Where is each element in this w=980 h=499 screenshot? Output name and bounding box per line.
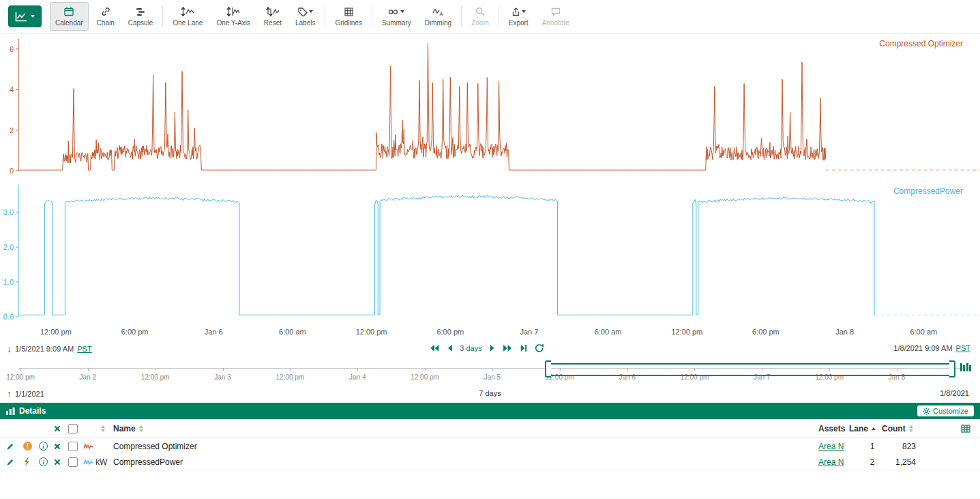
summary-button[interactable]: Summary (376, 2, 417, 31)
one-lane-button[interactable]: One Lane (167, 2, 208, 31)
timezone-link[interactable]: PST (77, 345, 91, 353)
details-panel-header: Details Customize (0, 403, 980, 419)
gridlines-button[interactable]: Gridlines (329, 2, 367, 31)
timezone-link[interactable]: PST (956, 344, 970, 352)
item-name[interactable]: Compressed Optimizer (113, 438, 197, 454)
unit-label: kW (95, 454, 107, 470)
column-header-name[interactable]: Name (113, 419, 143, 438)
sort-icon[interactable] (909, 425, 913, 432)
add-column-icon[interactable] (961, 419, 970, 438)
customize-button[interactable]: Customize (917, 405, 974, 416)
row-checkbox[interactable] (68, 438, 78, 454)
timeline-tick-label: Jan 2 (80, 373, 96, 381)
capsule-time-icon[interactable] (960, 362, 972, 373)
trend-chart[interactable]: 0246Compressed Optimizer0.01.02.03.0Comp… (0, 33, 980, 341)
skip-to-end-icon (520, 344, 527, 352)
step-forward-icon (490, 344, 495, 352)
timeline-selection[interactable] (548, 363, 951, 376)
table-row[interactable]: ! i Compressed Optimizer Area N 1 823 (0, 438, 980, 455)
x-axis-label: 6:00 am (910, 328, 937, 336)
x-axis-label: 12:00 pm (40, 328, 72, 336)
row-checkbox[interactable] (68, 454, 78, 470)
edit-pencil-icon[interactable] (6, 438, 14, 454)
info-icon[interactable]: i (39, 438, 48, 454)
asset-link[interactable]: Area N (818, 442, 844, 451)
timeline-tick-label: Jan 5 (484, 373, 501, 381)
timeline-start-date: 1/1/2021 (15, 390, 44, 398)
calendar-icon (64, 6, 74, 17)
timeline-tick (20, 368, 21, 371)
select-all-checkbox[interactable] (68, 419, 78, 438)
item-name[interactable]: CompressedPower (113, 454, 183, 470)
export-button[interactable]: Export (503, 2, 534, 31)
zoom-button[interactable]: Zoom (466, 2, 494, 31)
dimming-icon: A (432, 6, 444, 17)
x-axis-label: 12:00 pm (671, 328, 702, 336)
svg-text:A: A (439, 11, 443, 16)
dimming-button[interactable]: A Dimming (419, 2, 457, 31)
y-axis-label: 0 (10, 167, 14, 175)
column-header-count[interactable]: Count (882, 419, 913, 438)
step-forward-full-button[interactable] (503, 344, 513, 352)
investigate-range-arrow-icon[interactable]: ↓ (7, 344, 12, 354)
chain-button[interactable]: Chain (91, 2, 120, 31)
toolbar-divider (162, 5, 163, 27)
timeline-tick (88, 368, 89, 371)
step-back-full-button[interactable] (429, 344, 439, 352)
export-icon (511, 6, 526, 17)
details-title: Details (19, 406, 46, 416)
step-back-half-button[interactable] (447, 344, 452, 352)
bolt-icon[interactable] (23, 454, 31, 470)
timeline-end-date: 1/8/2021 (940, 389, 969, 397)
timeline-tick (223, 368, 224, 371)
timeline-selection-left-handle[interactable] (545, 360, 551, 377)
x-axis-label: Jan 7 (520, 328, 538, 336)
timeline-range-arrow-icon[interactable]: ↑ (7, 389, 12, 399)
capsule-button[interactable]: Capsule (123, 2, 159, 31)
column-header-lane[interactable]: Lane (849, 419, 876, 438)
x-axis-label: 6:00 pm (121, 328, 149, 336)
sort-asc-icon[interactable] (872, 427, 876, 430)
remove-icon[interactable] (54, 454, 61, 470)
series-label: CompressedPower (893, 186, 963, 196)
range-duration[interactable]: 3 days (460, 344, 481, 352)
details-chart-icon (6, 408, 15, 415)
chevron-down-icon (309, 10, 313, 13)
lane-value: 1 (862, 438, 882, 454)
count-value: 823 (883, 438, 916, 454)
table-row[interactable]: i kW CompressedPower Area N 2 1,254 (0, 454, 980, 470)
sort-icon[interactable] (139, 425, 143, 432)
display-range-start: 1/5/2021 9:09 AM (15, 345, 74, 353)
timeline-tick-label: 12:00 pm (411, 373, 439, 381)
auto-update-button[interactable] (535, 343, 544, 353)
warning-icon[interactable]: ! (23, 438, 32, 454)
annotate-button[interactable]: Annotate (537, 2, 575, 31)
info-icon[interactable]: i (39, 454, 48, 470)
timeline-tick-label: 12:00 pm (276, 373, 305, 381)
series-label: Compressed Optimizer (879, 39, 963, 48)
trend-view-button[interactable] (8, 5, 42, 27)
calendar-button[interactable]: Calendar (50, 2, 89, 31)
asset-link[interactable]: Area N (818, 457, 844, 467)
tag-icon (298, 6, 313, 17)
lane-value: 2 (862, 454, 882, 470)
timeline-tick (357, 368, 358, 371)
step-forward-half-button[interactable] (490, 344, 495, 352)
reset-icon (266, 6, 280, 17)
column-header-assets[interactable]: Assets (818, 419, 845, 438)
timeline-selection-right-handle[interactable] (949, 360, 955, 377)
labels-button[interactable]: Labels (290, 2, 321, 31)
annotate-icon (551, 6, 561, 17)
remove-icon[interactable] (54, 438, 61, 454)
x-axis-label: 6:00 pm (752, 328, 779, 336)
overview-timeline[interactable]: 12:00 pmJan 212:00 pmJan 312:00 pmJan 41… (0, 359, 980, 388)
edit-pencil-icon[interactable] (6, 454, 14, 470)
toolbar-divider (461, 5, 462, 27)
one-y-axis-button[interactable]: One Y-Axis (211, 2, 255, 31)
step-to-end-button[interactable] (520, 344, 527, 352)
reset-button[interactable]: Reset (258, 2, 287, 31)
row-order-sort[interactable] (98, 419, 105, 438)
remove-all-icon[interactable] (54, 419, 61, 438)
fast-backward-icon (429, 344, 439, 352)
timeline-tick-label: Jan 4 (349, 373, 366, 381)
